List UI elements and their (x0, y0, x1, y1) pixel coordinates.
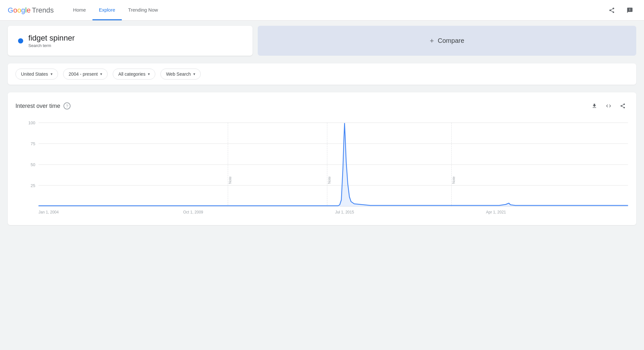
chart-section: Interest over time ? (0, 90, 644, 233)
svg-text:Note: Note (327, 176, 331, 184)
svg-text:Apr 1, 2021: Apr 1, 2021 (486, 210, 506, 214)
svg-text:50: 50 (31, 162, 35, 167)
chart-svg: 100 75 50 25 Note (15, 119, 629, 216)
svg-text:Jul 1, 2015: Jul 1, 2015 (335, 210, 354, 214)
search-term-name: fidget spinner (28, 33, 75, 43)
compare-label: Compare (438, 37, 464, 44)
search-term-label: Search term (28, 43, 75, 48)
filters-card: United States ▾ 2004 - present ▾ All cat… (8, 63, 636, 85)
filter-time[interactable]: 2004 - present ▾ (63, 69, 108, 80)
info-icon[interactable]: ? (63, 102, 71, 109)
share-button[interactable] (605, 4, 618, 17)
svg-text:Jan 1, 2004: Jan 1, 2004 (39, 210, 59, 214)
compare-plus-icon: + (430, 37, 434, 45)
trend-fill (39, 123, 628, 206)
filter-search-type[interactable]: Web Search ▾ (160, 69, 201, 80)
chart-area: 100 75 50 25 Note (15, 119, 629, 217)
filter-search-type-arrow: ▾ (193, 72, 195, 76)
search-term-text: fidget spinner Search term (28, 33, 75, 48)
main-nav: Home Explore Trending Now (67, 0, 165, 20)
header: Google Trends Home Explore Trending Now (0, 0, 644, 21)
logo-google-text: Google (8, 6, 31, 14)
search-dot (18, 38, 23, 43)
svg-text:100: 100 (28, 120, 35, 125)
svg-text:25: 25 (31, 183, 35, 188)
nav-home[interactable]: Home (67, 0, 92, 20)
search-term-card: fidget spinner Search term (8, 26, 253, 56)
nav-explore[interactable]: Explore (92, 0, 122, 20)
chart-title-group: Interest over time ? (15, 102, 71, 109)
logo-o2: o (17, 6, 21, 14)
filter-category[interactable]: All categories ▾ (113, 69, 155, 80)
chart-card: Interest over time ? (8, 92, 636, 225)
filter-time-arrow: ▾ (100, 72, 102, 76)
svg-text:Note: Note (452, 176, 456, 184)
logo: Google Trends (8, 6, 54, 14)
svg-text:Note: Note (228, 176, 232, 184)
svg-text:75: 75 (31, 141, 35, 146)
chart-actions (589, 100, 629, 112)
compare-card[interactable]: + Compare (258, 26, 636, 56)
filter-time-label: 2004 - present (69, 71, 98, 77)
feedback-button[interactable] (623, 4, 636, 17)
filter-category-label: All categories (118, 71, 145, 77)
main-content: fidget spinner Search term + Compare Uni… (0, 21, 644, 233)
logo-trends-text: Trends (32, 6, 54, 14)
chart-header: Interest over time ? (15, 100, 629, 112)
header-actions (605, 4, 636, 17)
logo-e: e (27, 6, 31, 14)
filter-location-label: United States (21, 71, 48, 77)
chart-title: Interest over time (15, 103, 60, 109)
nav-trending-now[interactable]: Trending Now (122, 0, 165, 20)
logo-o1: o (13, 6, 17, 14)
logo-g: G (8, 6, 13, 14)
logo-g2: g (21, 6, 25, 14)
search-section: fidget spinner Search term + Compare (0, 21, 644, 61)
filter-search-type-label: Web Search (166, 71, 191, 77)
svg-text:Oct 1, 2009: Oct 1, 2009 (183, 210, 203, 214)
filters-section: United States ▾ 2004 - present ▾ All cat… (0, 61, 644, 90)
download-button[interactable] (589, 100, 600, 112)
share-chart-button[interactable] (617, 100, 629, 112)
filter-category-arrow: ▾ (148, 72, 150, 76)
embed-button[interactable] (603, 100, 614, 112)
filter-location[interactable]: United States ▾ (15, 69, 58, 80)
filter-location-arrow: ▾ (51, 72, 53, 76)
